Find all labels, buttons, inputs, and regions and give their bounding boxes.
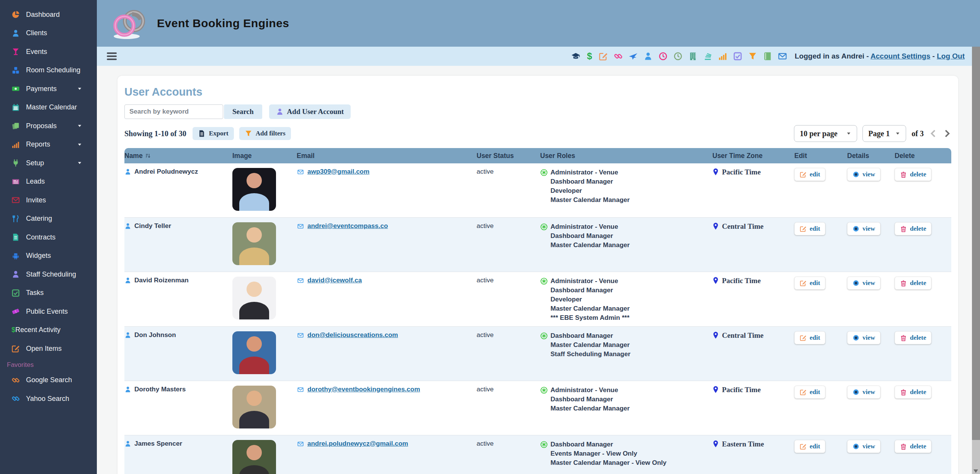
dollar-icon[interactable]: $ [586,51,593,62]
column-header-edit[interactable]: Edit [794,152,847,160]
user-avatar [232,168,276,211]
user-email-cell: don@deliciouscreations.com [297,331,477,339]
pencil-square-icon[interactable] [599,52,608,61]
edit-button[interactable]: edit [794,386,825,399]
column-header-user-roles[interactable]: User Roles [540,152,712,160]
pie-icon [11,10,20,19]
column-header-user-time-zone[interactable]: User Time Zone [712,152,794,160]
log-out-link[interactable]: Log Out [937,52,965,60]
column-header-name[interactable]: Name [124,152,232,160]
sidebar-item-proposals[interactable]: Proposals [0,117,97,135]
edit-button[interactable]: edit [794,277,825,290]
search-input[interactable] [124,104,223,119]
user-name-cell: Don Johnson [124,331,232,339]
delete-button[interactable]: delete [895,168,931,181]
user-role: Master Calendar Manager [550,404,709,413]
sidebar-item-leads[interactable]: Leads [0,173,97,191]
scrollbar-down-arrow[interactable] [973,469,978,473]
eye-icon [853,225,859,232]
scrollbar-thumb[interactable] [972,47,980,440]
delete-button[interactable]: delete [895,222,931,235]
next-page-icon[interactable] [943,129,951,138]
delete-button[interactable]: delete [895,440,931,453]
check-square-icon[interactable] [733,52,742,61]
building-icon[interactable] [688,52,697,61]
check-square-icon [11,289,20,297]
email-link[interactable]: awp309@gmail.com [307,168,369,176]
sidebar-item-catering[interactable]: Catering [0,210,97,228]
bar-chart-icon[interactable] [718,52,727,61]
page-select[interactable]: Page 1 [862,125,906,142]
sidebar-item-master-calendar[interactable]: Master Calendar [0,98,97,117]
stack-icon[interactable] [703,52,712,61]
column-header-details[interactable]: Details [847,152,895,160]
email-link[interactable]: dorothy@eventbookingengines.com [307,386,420,393]
add-user-account-button[interactable]: Add User Account [269,104,351,119]
sidebar-item-reports[interactable]: Reports [0,135,97,154]
sidebar-item-recent-activity[interactable]: $Recent Activity [0,321,97,340]
sidebar-item-events[interactable]: Events [0,42,97,61]
sidebar-item-widgets[interactable]: Widgets [0,247,97,266]
email-link[interactable]: andrei.poludnewycz@gmail.com [307,440,408,448]
view-button[interactable]: view [847,222,880,235]
delete-button[interactable]: delete [895,277,931,290]
view-button[interactable]: view [847,331,880,344]
clock-icon[interactable] [673,52,683,61]
email-link[interactable]: don@deliciouscreations.com [307,331,398,339]
delete-button[interactable]: delete [895,331,931,344]
search-button[interactable]: Search [224,104,262,119]
sidebar-item-staff-scheduling[interactable]: Staff Scheduling [0,265,97,284]
sidebar-item-setup[interactable]: Setup [0,154,97,173]
sidebar-item-invites[interactable]: Invites [0,191,97,210]
sidebar-item-label: Master Calendar [26,103,90,111]
user-roles-cell: Administrator - VenueDashboard ManagerDe… [540,277,712,323]
column-header-email[interactable]: Email [297,152,477,160]
link-icon[interactable] [614,52,623,61]
sidebar-item-dashboard[interactable]: Dashboard [0,5,97,24]
paper-plane-icon[interactable] [629,52,638,61]
view-button[interactable]: view [847,440,880,453]
edit-button[interactable]: edit [794,168,825,181]
email-link[interactable]: david@icewolf.ca [307,277,362,284]
sidebar-item-clients[interactable]: Clients [0,24,97,43]
sidebar-item-room-scheduling[interactable]: Room Scheduling [0,61,97,80]
book-icon[interactable] [763,52,772,61]
map-pin-icon [712,222,719,230]
account-settings-link[interactable]: Account Settings [871,52,930,60]
sidebar-item-label: Yahoo Search [26,395,90,403]
filter-icon[interactable] [748,52,757,61]
envelope-icon[interactable] [778,52,787,61]
sidebar-item-open-items[interactable]: Open Items [0,339,97,358]
trash-icon [900,334,907,341]
envelope-icon [297,223,304,230]
column-header-delete[interactable]: Delete [895,152,951,160]
previous-page-icon[interactable] [929,129,938,138]
view-button[interactable]: view [847,277,880,290]
view-button[interactable]: view [847,168,880,181]
menu-toggle-icon[interactable] [107,52,117,60]
clock-icon[interactable] [658,52,668,61]
sidebar-item-label: Recent Activity [15,326,90,334]
edit-button[interactable]: edit [794,222,825,235]
edit-button[interactable]: edit [794,331,825,344]
sidebar-item-public-events[interactable]: Public Events [0,302,97,321]
column-header-image[interactable]: Image [232,152,297,160]
view-button[interactable]: view [847,386,880,399]
envelope-icon [297,441,304,447]
delete-button[interactable]: delete [895,386,931,399]
sidebar-item-payments[interactable]: Payments [0,80,97,98]
edit-button[interactable]: edit [794,440,825,453]
email-link[interactable]: andrei@eventcompass.co [307,222,388,230]
column-header-user-status[interactable]: User Status [477,152,540,160]
vertical-scrollbar[interactable] [972,47,980,474]
sidebar-item-contracts[interactable]: Contracts [0,228,97,247]
add-filters-button[interactable]: Add filters [239,127,291,140]
per-page-select[interactable]: 10 per page [794,125,857,142]
sidebar-item-tasks[interactable]: Tasks [0,284,97,303]
person-icon[interactable] [644,52,653,61]
export-button[interactable]: Export [193,127,234,140]
sidebar-item-yahoo-search[interactable]: Yahoo Search [0,389,97,408]
graduation-cap-icon[interactable] [571,52,580,61]
user-time-zone-cell: Central Time [712,331,794,340]
sidebar-item-google-search[interactable]: Google Search [0,371,97,390]
